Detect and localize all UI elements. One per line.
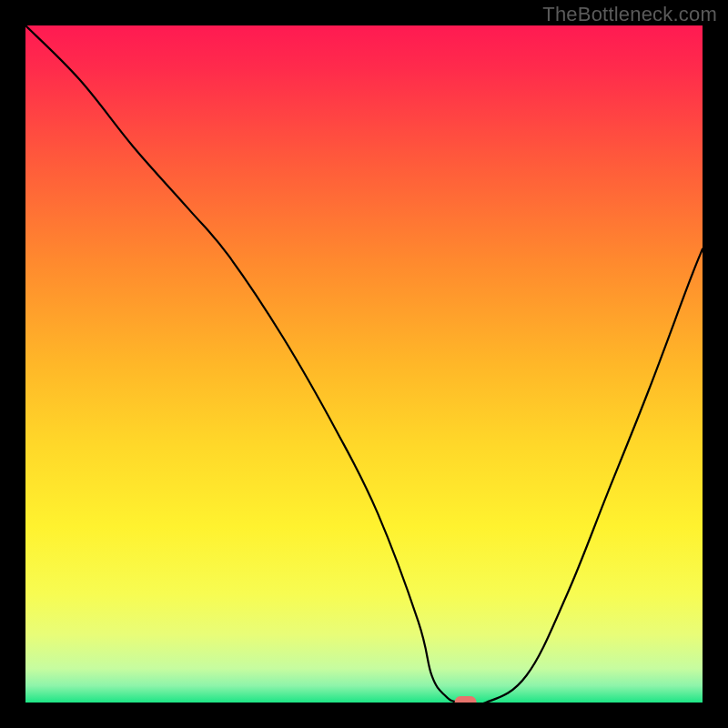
gradient-background: [25, 25, 703, 703]
watermark-label: TheBottleneck.com: [542, 3, 717, 26]
chart-frame: TheBottleneck.com: [0, 0, 728, 728]
svg-rect-0: [455, 696, 477, 703]
plot-area: [25, 25, 703, 703]
optimal-marker: [455, 696, 477, 703]
bottleneck-chart: [25, 25, 703, 703]
